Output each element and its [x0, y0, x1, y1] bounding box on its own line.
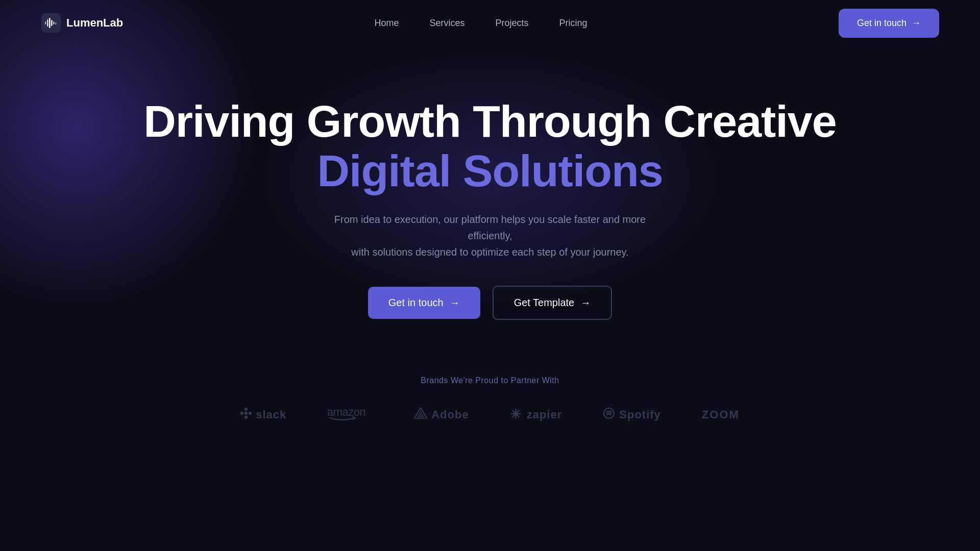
hero-cta-secondary[interactable]: Get Template → — [493, 286, 612, 320]
navbar: LumenLab Home Services Projects Pricing … — [0, 0, 980, 46]
svg-marker-14 — [416, 410, 425, 419]
zapier-asterisk: ✳ — [510, 407, 522, 422]
svg-rect-6 — [55, 22, 57, 24]
hero-section: Driving Growth Through Creative Digital … — [0, 46, 980, 320]
svg-rect-3 — [49, 18, 51, 28]
nav-item-pricing[interactable]: Pricing — [559, 18, 587, 29]
partner-zapier: ✳ zapier — [510, 407, 562, 422]
nav-item-services[interactable]: Services — [430, 18, 465, 29]
svg-rect-2 — [47, 19, 48, 27]
spotify-name: Spotify — [619, 408, 661, 421]
spotify-icon — [603, 407, 615, 422]
hero-title-line2: Digital Solutions — [317, 146, 663, 196]
slack-name: slack — [256, 408, 286, 421]
hero-title-line1: Driving Growth Through Creative — [143, 97, 837, 146]
zapier-name: zapier — [527, 408, 562, 421]
nav-link-services[interactable]: Services — [430, 18, 465, 28]
adobe-name: Adobe — [431, 408, 469, 421]
nav-item-home[interactable]: Home — [375, 18, 399, 29]
hero-subtitle: From idea to execution, our platform hel… — [311, 211, 669, 260]
partners-logos: slack amazon Adobe — [240, 406, 740, 424]
nav-cta-button[interactable]: Get in touch → — [839, 9, 939, 38]
svg-rect-1 — [45, 21, 46, 24]
svg-rect-7 — [240, 412, 243, 415]
svg-rect-4 — [51, 20, 53, 26]
logo-icon — [41, 13, 61, 33]
nav-cta-label: Get in touch — [857, 18, 906, 29]
nav-links: Home Services Projects Pricing — [375, 18, 587, 29]
hero-buttons: Get in touch → Get Template → — [368, 286, 612, 320]
hero-cta-secondary-arrow: → — [580, 297, 591, 309]
svg-rect-9 — [244, 412, 248, 415]
hero-cta-secondary-label: Get Template — [514, 297, 575, 309]
logo-area: LumenLab — [41, 13, 123, 33]
hero-cta-primary-label: Get in touch — [388, 297, 444, 309]
partners-section: Brands We're Proud to Partner With slack… — [0, 376, 980, 424]
nav-link-projects[interactable]: Projects — [496, 18, 529, 28]
adobe-icon — [414, 408, 427, 422]
nav-cta-arrow: → — [912, 18, 921, 29]
partner-spotify: Spotify — [603, 407, 661, 422]
nav-link-home[interactable]: Home — [375, 18, 399, 28]
partners-label: Brands We're Proud to Partner With — [421, 376, 559, 385]
svg-rect-11 — [244, 416, 248, 419]
nav-item-projects[interactable]: Projects — [496, 18, 529, 29]
svg-text:amazon: amazon — [327, 406, 365, 418]
partner-adobe: Adobe — [414, 408, 469, 422]
svg-rect-8 — [244, 408, 248, 411]
partner-zoom: ZOOM — [702, 408, 740, 421]
svg-rect-5 — [53, 21, 55, 24]
amazon-name: amazon — [327, 406, 373, 424]
logo-name: LumenLab — [66, 16, 123, 30]
zoom-name: ZOOM — [702, 408, 740, 421]
hero-cta-primary-arrow: → — [450, 297, 460, 309]
svg-rect-10 — [249, 412, 252, 415]
nav-link-pricing[interactable]: Pricing — [559, 18, 587, 28]
hero-cta-primary[interactable]: Get in touch → — [368, 287, 480, 319]
partner-amazon: amazon — [327, 406, 373, 424]
slack-icon — [240, 408, 252, 422]
partner-slack: slack — [240, 408, 286, 422]
